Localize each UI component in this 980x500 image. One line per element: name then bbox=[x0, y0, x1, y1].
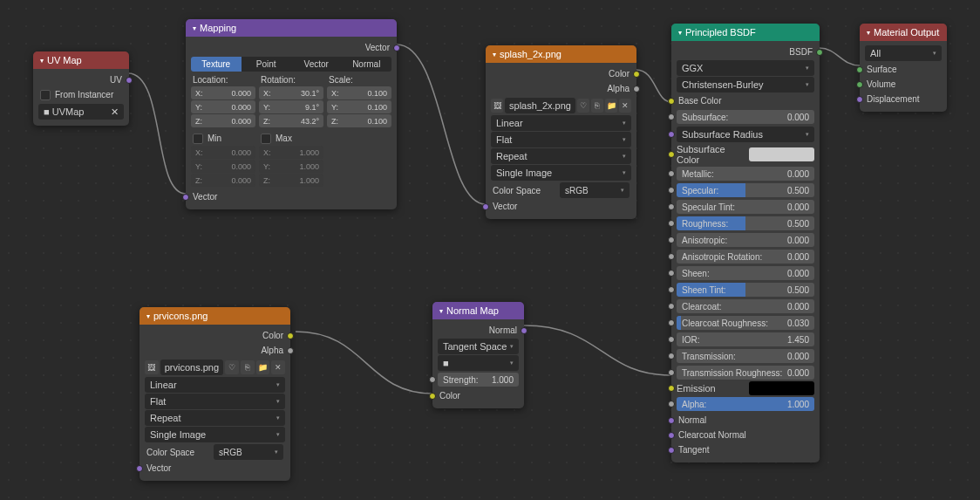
clearcoat-rough-field[interactable]: Clearcoat Roughness:0.030 bbox=[677, 316, 814, 330]
vector-input-socket[interactable] bbox=[182, 194, 189, 201]
rot-z[interactable]: Z:43.2° bbox=[259, 114, 323, 127]
emission-swatch[interactable] bbox=[749, 381, 814, 395]
loc-z[interactable]: Z:0.000 bbox=[191, 114, 255, 127]
unlink-icon[interactable]: ✕ bbox=[271, 360, 285, 374]
surface-input-socket[interactable] bbox=[856, 66, 863, 73]
min-x[interactable]: X:0.000 bbox=[191, 146, 255, 159]
scale-x[interactable]: X:0.100 bbox=[327, 86, 391, 99]
output-header[interactable]: ▾ Material Output bbox=[860, 24, 947, 41]
specular-field[interactable]: Specular:0.500 bbox=[677, 183, 814, 197]
volume-input-socket[interactable] bbox=[856, 81, 863, 88]
subsurface-field[interactable]: Subsurface:0.000 bbox=[677, 110, 814, 124]
metallic-field[interactable]: Metallic:0.000 bbox=[677, 167, 814, 181]
proj-select[interactable]: Flat▾ bbox=[491, 132, 631, 147]
unlink-icon[interactable]: ✕ bbox=[619, 99, 631, 113]
uvmap-select[interactable]: ■ UVMap✕ bbox=[38, 104, 124, 120]
ext-select[interactable]: Repeat▾ bbox=[491, 148, 631, 164]
image-name-field[interactable]: prvicons.png bbox=[160, 360, 223, 375]
emission-socket[interactable] bbox=[668, 385, 675, 392]
open-icon[interactable]: 📁 bbox=[605, 99, 617, 113]
prvicons-texture-node[interactable]: ▾ prvicons.png Color Alpha 🖼 prvicons.pn… bbox=[140, 307, 290, 481]
sss-radius-select[interactable]: Subsurface Radius▾ bbox=[677, 127, 814, 142]
uvmap-node[interactable]: ▾ UV Map UV From Instancer ■ UVMap✕ bbox=[33, 51, 129, 126]
mapping-node[interactable]: ▾ Mapping Vector Texture Point Vector No… bbox=[186, 19, 397, 209]
anisotropic-field[interactable]: Anisotropic:0.000 bbox=[677, 233, 814, 247]
alpha-socket[interactable] bbox=[668, 401, 675, 408]
principled-bsdf-node[interactable]: ▾ Principled BSDF BSDF GGX▾ Christensen-… bbox=[671, 24, 820, 462]
max-x[interactable]: X:1.000 bbox=[259, 146, 323, 159]
tangent-socket[interactable] bbox=[668, 447, 675, 454]
normal-output-socket[interactable] bbox=[521, 327, 527, 334]
alpha-output-socket[interactable] bbox=[633, 86, 640, 92]
alpha-field[interactable]: Alpha:1.000 bbox=[677, 397, 814, 411]
color-input-socket[interactable] bbox=[429, 393, 436, 400]
bsdf-output-socket[interactable] bbox=[816, 49, 823, 56]
transmission-socket[interactable] bbox=[668, 353, 675, 360]
max-z[interactable]: Z:1.000 bbox=[259, 174, 323, 187]
min-z[interactable]: Z:0.000 bbox=[191, 174, 255, 187]
clearcoatrough-socket[interactable] bbox=[668, 319, 675, 326]
close-icon[interactable]: ✕ bbox=[111, 106, 119, 118]
sss-color-swatch[interactable] bbox=[749, 147, 814, 161]
normal-input-socket[interactable] bbox=[668, 417, 675, 424]
color-output-socket[interactable] bbox=[633, 71, 640, 78]
displacement-input-socket[interactable] bbox=[856, 96, 863, 103]
tab-vector[interactable]: Vector bbox=[291, 57, 342, 72]
interp-select[interactable]: Linear▾ bbox=[491, 115, 631, 131]
vector-output-socket[interactable] bbox=[393, 45, 400, 51]
sheen-field[interactable]: Sheen:0.000 bbox=[677, 266, 814, 280]
transmission-field[interactable]: Transmission:0.000 bbox=[677, 349, 814, 363]
tab-texture[interactable]: Texture bbox=[191, 57, 242, 72]
trans-rough-field[interactable]: Transmission Roughness:0.000 bbox=[677, 366, 814, 380]
colorspace-select[interactable]: sRGB▾ bbox=[560, 182, 630, 198]
target-select[interactable]: All▾ bbox=[865, 45, 942, 61]
image-name-field[interactable]: splash_2x.png bbox=[505, 98, 575, 113]
max-y[interactable]: Y:1.000 bbox=[259, 160, 323, 173]
anisorot-socket[interactable] bbox=[668, 253, 675, 260]
source-select[interactable]: Single Image▾ bbox=[145, 427, 285, 442]
rot-y[interactable]: Y:9.1° bbox=[259, 100, 323, 113]
loc-x[interactable]: X:0.000 bbox=[191, 86, 255, 99]
new-icon[interactable]: ⎘ bbox=[591, 99, 603, 113]
vector-input-socket[interactable] bbox=[482, 203, 489, 210]
image-browse-icon[interactable]: 🖼 bbox=[145, 360, 159, 374]
rot-x[interactable]: X:30.1° bbox=[259, 86, 323, 99]
sss-method-select[interactable]: Christensen-Burley▾ bbox=[677, 77, 814, 92]
space-select[interactable]: Tangent Space▾ bbox=[438, 339, 519, 354]
sss-radius-socket[interactable] bbox=[668, 131, 675, 138]
interp-select[interactable]: Linear▾ bbox=[145, 377, 285, 393]
sheen-tint-field[interactable]: Sheen Tint:0.500 bbox=[677, 283, 814, 297]
tab-point[interactable]: Point bbox=[242, 57, 292, 72]
aniso-rot-field[interactable]: Anisotropic Rotation:0.000 bbox=[677, 250, 814, 264]
proj-select[interactable]: Flat▾ bbox=[145, 394, 285, 409]
fake-user-icon[interactable]: ♡ bbox=[225, 360, 239, 374]
new-icon[interactable]: ⎘ bbox=[241, 360, 255, 374]
image-browse-icon[interactable]: 🖼 bbox=[491, 99, 503, 113]
specular-tint-field[interactable]: Specular Tint:0.000 bbox=[677, 200, 814, 214]
bsdf-header[interactable]: ▾ Principled BSDF bbox=[671, 24, 820, 41]
sheentint-socket[interactable] bbox=[668, 286, 675, 293]
mapping-header[interactable]: ▾ Mapping bbox=[186, 19, 397, 37]
roughness-field[interactable]: Roughness:0.500 bbox=[677, 216, 814, 230]
ior-field[interactable]: IOR:1.450 bbox=[677, 332, 814, 346]
source-select[interactable]: Single Image▾ bbox=[491, 165, 631, 181]
transrough-socket[interactable] bbox=[668, 369, 675, 376]
open-icon[interactable]: 📁 bbox=[256, 360, 270, 374]
fake-user-icon[interactable]: ♡ bbox=[577, 99, 589, 113]
splash-texture-node[interactable]: ▾ splash_2x.png Color Alpha 🖼 splash_2x.… bbox=[486, 45, 636, 219]
material-output-node[interactable]: ▾ Material Output All▾ Surface Volume Di… bbox=[860, 24, 947, 112]
tab-normal[interactable]: Normal bbox=[342, 57, 392, 72]
normalmap-node[interactable]: ▾ Normal Map Normal Tangent Space▾ ■▾ St… bbox=[432, 302, 524, 408]
uv-output-socket[interactable] bbox=[126, 77, 133, 84]
normalmap-header[interactable]: ▾ Normal Map bbox=[432, 302, 524, 319]
sheen-socket[interactable] bbox=[668, 270, 675, 277]
tangent-select[interactable]: ■▾ bbox=[438, 355, 519, 371]
clearcoat-normal-socket[interactable] bbox=[668, 432, 675, 439]
ior-socket[interactable] bbox=[668, 336, 675, 343]
min-y[interactable]: Y:0.000 bbox=[191, 160, 255, 173]
loc-y[interactable]: Y:0.000 bbox=[191, 100, 255, 113]
ext-select[interactable]: Repeat▾ bbox=[145, 410, 285, 426]
sss-color-socket[interactable] bbox=[668, 151, 675, 158]
clearcoat-field[interactable]: Clearcoat:0.000 bbox=[677, 299, 814, 313]
metallic-socket[interactable] bbox=[668, 170, 675, 177]
